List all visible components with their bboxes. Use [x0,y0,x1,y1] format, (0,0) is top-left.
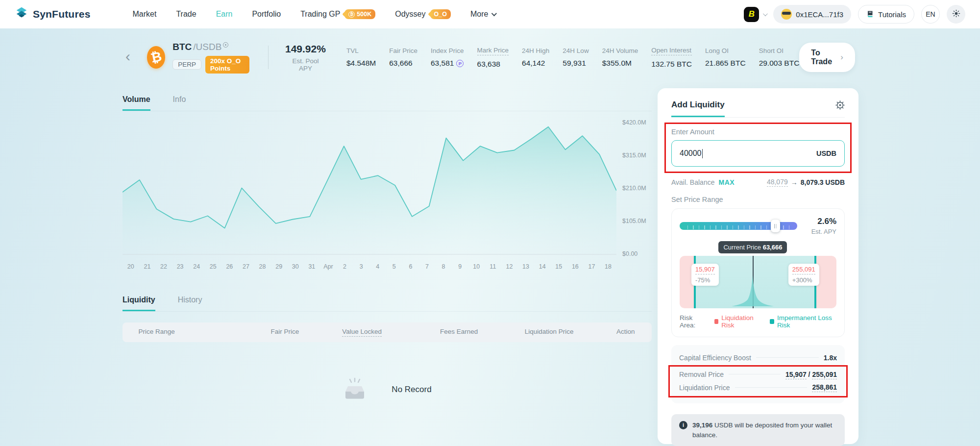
top-nav: SynFutures Market Trade Earn Portfolio T… [0,0,980,28]
coin-icon: ₿ [348,11,355,18]
boost-value: 1.8x [824,354,837,362]
annotation-box-amount: Enter Amount 40000 USDB [664,123,852,173]
sun-icon [952,9,960,19]
odyssey-badge: O_O [430,9,451,19]
tab-liquidity[interactable]: Liquidity [122,296,155,311]
nav-item-market[interactable]: Market [133,10,157,19]
nav-item-trading-gp[interactable]: Trading GP ₿ 500K [300,9,375,19]
stat-short-oi: Short OI29.003 BTC [759,47,800,68]
tab-info[interactable]: Info [173,95,186,111]
nav-item-trade[interactable]: Trade [176,10,196,19]
chart-y-axis: $420.0M$315.0M$210.0M$105.0M$0.00 [616,118,652,259]
brand[interactable]: SynFutures [15,6,91,22]
amount-input[interactable]: 40000 USDB [671,140,845,167]
column-action: Action [616,328,635,335]
stat-mark-price: Mark Price63,638 [477,47,509,69]
stat-label: 24H High [522,47,549,54]
price-range-card: 2.6% Est. APY Current Price 63,666 [671,208,845,337]
slider-handle[interactable] [771,220,780,232]
chart-tabs: Volume Info [122,95,652,111]
trading-gp-points-badge: ₿ 500K [344,9,375,19]
settings-gear-icon[interactable] [835,100,845,112]
stat-24h-low: 24H Low59,931 [563,47,588,68]
liquidation-price-row: Liquidation Price 258,861 [679,381,837,394]
price-range-visualization: 15,907 -75% 255,091 +300% [680,256,836,308]
nav-item-earn[interactable]: Earn [216,10,233,19]
current-price-tooltip: Current Price 63,666 [718,241,787,253]
stat-label: Long OI [705,47,746,54]
liquidation-risk-label: Liquidation Risk [721,314,761,329]
stat-label: 24H Low [563,47,588,54]
points-multiplier-badge: 200x O_O Points [205,56,249,74]
stat-label[interactable]: Open Interest [651,47,692,55]
x-axis-tick: 30 [287,263,304,270]
wallet-address-button[interactable]: 0x1ECA...71f3 [773,5,851,24]
x-axis-tick: 26 [221,263,238,270]
tab-history[interactable]: History [178,296,202,311]
x-axis-tick: 3 [353,263,369,270]
stat-24h-high: 24H High64,142 [522,47,549,68]
brand-name: SynFutures [33,8,91,20]
stat-label: TVL [346,47,376,54]
btc-coin-icon: ₿ [147,46,165,69]
stat-value: 21.865 BTC [705,59,746,68]
tutorials-button[interactable]: Tutorials [858,5,914,24]
chevron-down-icon [763,11,768,16]
add-liquidity-tab[interactable]: Add Liquidity [671,100,725,117]
amount-value: 40000 [680,149,702,158]
stat-value: $4.548M [346,59,376,68]
empty-state: No Record [122,377,652,402]
language-button[interactable]: EN [921,5,940,24]
to-trade-button[interactable]: To Trade› [799,43,855,72]
x-axis-tick: 27 [238,263,254,270]
empty-inbox-icon [343,377,367,402]
x-axis-tick: 8 [435,263,452,270]
impermanent-risk-swatch [770,319,774,324]
pool-apy-value: 149.92% [285,43,326,55]
amount-currency: USDB [816,149,836,157]
perp-badge: PERP [172,59,201,70]
synfutures-logo-icon [15,6,28,22]
stat-open-interest: Open Interest132.75 BTC [651,47,692,69]
balance-before[interactable]: 48,079 [767,178,788,187]
impermanent-risk-label: Impermanent Loss Risk [777,314,836,329]
pool-apy: 149.92% Est. Pool APY [285,43,326,72]
deposit-note: i 39,196 USDB will be deposited from you… [671,414,845,446]
upper-percent: +300% [792,276,815,284]
stat-value: 29.003 BTC [759,59,800,68]
stat-label: Short OI [759,47,800,54]
y-axis-tick: $105.0M [622,218,646,224]
pair-base: BTC [172,42,192,52]
theme-toggle-button[interactable] [947,5,965,24]
nav-menu: Market Trade Earn Portfolio Trading GP ₿… [133,9,496,19]
x-axis-tick: 28 [254,263,271,270]
note-text: USDB will be deposited from your wallet … [692,421,832,439]
nav-item-portfolio[interactable]: Portfolio [252,10,281,19]
stat-label[interactable]: Mark Price [477,47,509,55]
market-header: ‹ ₿ BTC /USDB PERP 200x O_O Points 149.9… [122,37,855,77]
chain-selector[interactable]: B [744,7,766,22]
column-liquidation-price: Liquidation Price [525,328,574,335]
leader-line [756,357,819,358]
range-width-slider[interactable] [680,222,797,230]
column-value-locked[interactable]: Value Locked [342,328,382,337]
nav-item-more[interactable]: More [470,10,495,19]
empty-text: No Record [392,385,431,395]
lower-bound-badge: 15,907 -75% [691,264,719,286]
arrow-right-icon: → [791,178,798,186]
stat-label: Fair Price [389,47,417,54]
tab-volume[interactable]: Volume [122,95,150,111]
stat-value: 132.75 BTC [651,60,692,69]
x-axis-tick: 13 [517,263,534,270]
note-amount: 39,196 [692,421,712,429]
pool-apy-label: Est. Pool APY [285,57,326,72]
x-axis-tick: 14 [534,263,551,270]
back-button[interactable]: ‹ [122,49,133,64]
risk-legend: Risk Area: Liquidation Risk Impermanent … [680,314,836,329]
nav-item-odyssey[interactable]: Odyssey O_O [395,9,451,19]
blast-chain-icon: B [744,7,759,22]
x-axis-tick: 10 [468,263,485,270]
max-button[interactable]: MAX [718,178,735,186]
x-axis-tick: 29 [270,263,287,270]
lower-price: 15,907 [695,266,715,274]
